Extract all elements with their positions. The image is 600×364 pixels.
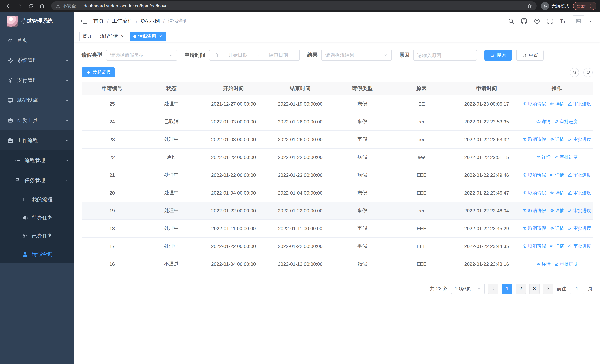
approval-progress-link[interactable]: 审批进度: [568, 207, 591, 214]
list-icon: [15, 158, 21, 163]
reset-button[interactable]: 重置: [516, 50, 544, 61]
page-size-select[interactable]: 10条/页: [451, 283, 485, 294]
tab-leave-query[interactable]: 请假查询×: [130, 31, 166, 41]
approval-progress-link[interactable]: 审批进度: [554, 154, 578, 160]
font-size-icon[interactable]: TT: [560, 18, 566, 24]
help-icon[interactable]: ?: [534, 18, 540, 24]
cell-status: 不通过: [143, 255, 200, 273]
sidebar-item-todo-tasks[interactable]: 待办任务: [0, 209, 74, 227]
cancel-leave-link[interactable]: 取消请假: [523, 136, 546, 142]
detail-link[interactable]: 详情: [536, 118, 551, 125]
detail-link[interactable]: 详情: [550, 243, 564, 249]
github-icon[interactable]: [521, 18, 527, 24]
edit-icon: [568, 137, 572, 142]
tab-home[interactable]: 首页: [79, 31, 95, 41]
cancel-leave-link[interactable]: 取消请假: [523, 172, 546, 178]
approval-progress-link[interactable]: 审批进度: [554, 118, 578, 125]
sidebar-item-process-mgmt[interactable]: 流程管理: [0, 150, 74, 170]
detail-link[interactable]: 详情: [550, 207, 564, 214]
trash-icon: [523, 137, 527, 142]
search-icon: [572, 70, 576, 75]
update-button[interactable]: 更新: [573, 2, 596, 10]
next-page-button[interactable]: [543, 283, 553, 294]
page-number-button[interactable]: 1: [502, 283, 512, 294]
approval-progress-link[interactable]: 审批进度: [568, 101, 591, 107]
forward-icon[interactable]: [15, 1, 24, 11]
sidebar-item-leave-query[interactable]: 请假查询: [0, 245, 74, 263]
cancel-leave-link[interactable]: 取消请假: [523, 101, 546, 107]
sidebar-item-done-tasks[interactable]: 已办任务: [0, 227, 74, 245]
reason-input[interactable]: [413, 50, 477, 61]
sidebar-item-label: 请假查询: [32, 251, 53, 257]
sidebar-item-home[interactable]: 首页: [0, 30, 74, 50]
approval-progress-link[interactable]: 审批进度: [568, 190, 591, 196]
sidebar-item-system[interactable]: 系统管理: [0, 50, 74, 70]
chevron-down-icon: [65, 159, 69, 163]
sidebar-item-infra[interactable]: 基础设施: [0, 90, 74, 111]
page-number-button[interactable]: 3: [529, 283, 540, 294]
approval-progress-link[interactable]: 审批进度: [568, 136, 591, 142]
leave-type-placeholder: 请选择请假类型: [110, 52, 144, 59]
app-header: 首页/工作流程/OA 示例/请假查询 ? TT: [74, 12, 600, 30]
breadcrumb-item[interactable]: 首页: [94, 18, 104, 24]
breadcrumb-item[interactable]: OA 示例: [141, 18, 160, 24]
tab-detail[interactable]: 流程详情×: [97, 31, 128, 41]
prev-page-button[interactable]: [488, 283, 498, 294]
kebab-menu-icon[interactable]: [588, 3, 593, 8]
approval-progress-link[interactable]: 审批进度: [554, 261, 578, 267]
sidebar-item-payment[interactable]: 支付管理: [0, 70, 74, 90]
leave-query-page: 请假类型 请选择请假类型 申请时间 开始日期 - 结束日期: [74, 42, 600, 364]
back-icon[interactable]: [4, 1, 13, 11]
detail-link[interactable]: 详情: [536, 154, 551, 160]
leave-type-select[interactable]: 请选择请假类型: [106, 50, 177, 61]
table-row: 22通过2022-01-22 00:00:002022-01-22 00:00:…: [82, 148, 593, 166]
bookmark-star-icon[interactable]: [527, 3, 532, 9]
home-icon[interactable]: [37, 1, 47, 11]
sidebar-item-workflow[interactable]: 工作流程: [0, 131, 74, 150]
cell-start: 2022-01-04 00:00:00: [200, 184, 267, 202]
detail-link[interactable]: 详情: [550, 172, 564, 178]
cancel-leave-link[interactable]: 取消请假: [523, 243, 546, 249]
caret-down-icon[interactable]: [588, 19, 593, 24]
avatar[interactable]: [572, 15, 584, 27]
goto-page-input[interactable]: [570, 283, 584, 294]
cancel-leave-link[interactable]: 取消请假: [523, 190, 546, 196]
page-number-button[interactable]: 2: [516, 283, 526, 294]
leave-type-label: 请假类型: [82, 52, 102, 59]
sidebar-item-devtools[interactable]: 研发工具: [0, 111, 74, 131]
update-label: 更新: [577, 3, 586, 9]
approval-progress-link[interactable]: 审批进度: [568, 243, 591, 249]
chevron-down-icon: [169, 53, 173, 57]
search-icon[interactable]: [508, 18, 514, 24]
detail-link[interactable]: 详情: [550, 225, 564, 232]
cancel-leave-link[interactable]: 取消请假: [523, 207, 546, 214]
column-header: 结束时间: [267, 82, 334, 95]
result-select[interactable]: 请选择流结果: [321, 50, 392, 61]
detail-link[interactable]: 详情: [550, 136, 564, 142]
approval-progress-link[interactable]: 审批进度: [568, 172, 591, 178]
breadcrumb-item[interactable]: 工作流程: [112, 18, 133, 24]
search-button[interactable]: 搜索: [484, 50, 512, 61]
close-icon[interactable]: ×: [158, 34, 163, 39]
hamburger-icon[interactable]: [80, 18, 87, 25]
action-label: 审批进度: [560, 261, 578, 267]
goto-prefix: 前往: [557, 285, 566, 292]
create-leave-button[interactable]: 发起请假: [82, 67, 115, 77]
apply-time-range-picker[interactable]: 开始日期 - 结束日期: [209, 50, 300, 61]
sidebar-item-my-process[interactable]: 我的流程: [0, 191, 74, 209]
cancel-leave-link[interactable]: 取消请假: [523, 225, 546, 232]
approval-progress-link[interactable]: 审批进度: [568, 225, 591, 232]
detail-link[interactable]: 详情: [536, 261, 551, 267]
detail-link[interactable]: 详情: [550, 190, 564, 196]
toggle-search-button[interactable]: [570, 68, 579, 77]
url-bar[interactable]: 不安全 dashboard.yudao.iocoder.cn/bpm/oa/le…: [51, 1, 537, 10]
sidebar-item-task-mgmt[interactable]: 任务管理: [0, 170, 74, 191]
fullscreen-icon[interactable]: [547, 18, 553, 24]
reload-icon[interactable]: [26, 1, 36, 11]
goto-suffix: 页: [588, 285, 593, 292]
action-label: 取消请假: [528, 207, 546, 214]
refresh-table-button[interactable]: [583, 68, 593, 77]
close-icon[interactable]: ×: [120, 34, 125, 39]
detail-link[interactable]: 详情: [550, 101, 564, 107]
cell-type: 事假: [334, 113, 391, 131]
